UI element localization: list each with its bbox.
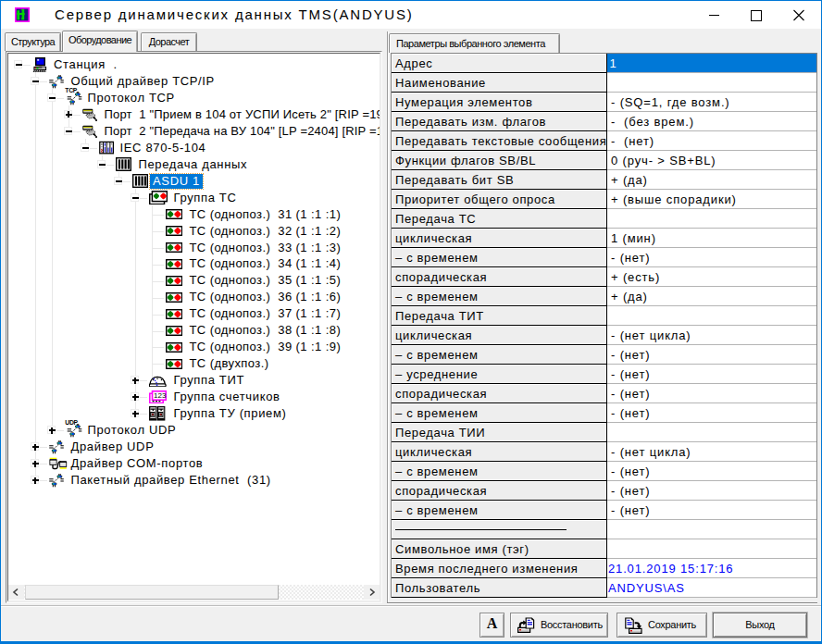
svg-text:TCP: TCP	[65, 87, 78, 93]
svg-text:UDP: UDP	[65, 419, 78, 426]
